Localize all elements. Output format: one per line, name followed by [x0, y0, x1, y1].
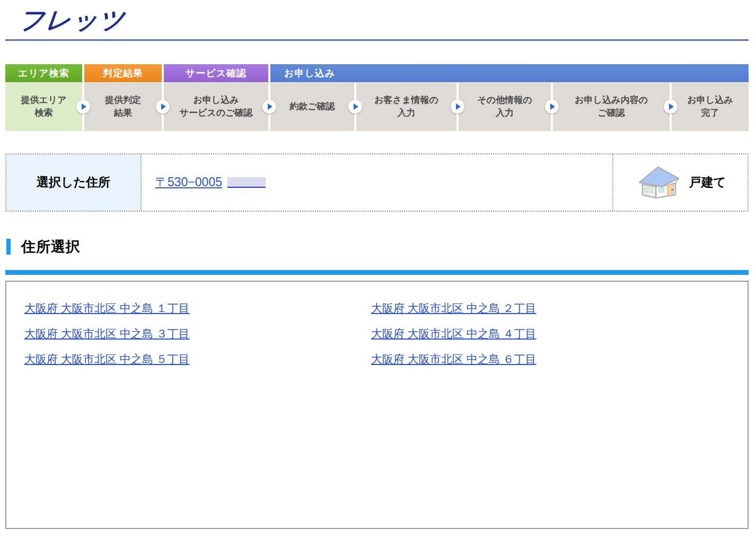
address-link-6chome[interactable]: 大阪府 大阪市北区 中之島 ６丁目 — [371, 352, 537, 367]
step-label: お客さま情報の 入力 — [374, 94, 438, 119]
address-link-3chome[interactable]: 大阪府 大阪市北区 中之島 ３丁目 — [24, 326, 190, 341]
section-divider-bar — [5, 270, 749, 275]
step-label: お申し込み 完了 — [687, 94, 733, 119]
address-selection-list: 大阪府 大阪市北区 中之島 １丁目 大阪府 大阪市北区 中之島 ２丁目 大阪府 … — [5, 281, 749, 529]
step-arrow-icon — [664, 100, 678, 114]
address-link-2chome[interactable]: 大阪府 大阪市北区 中之島 ２丁目 — [371, 301, 537, 316]
tab-application: お申し込み — [270, 64, 749, 82]
step-arrow-icon — [451, 100, 464, 114]
step-label: 提供エリア 検索 — [21, 94, 66, 119]
list-cell: 大阪府 大阪市北区 中之島 ４丁目 — [371, 326, 748, 341]
tab-area-search: エリア検索 — [5, 64, 82, 82]
address-highlight-box — [227, 177, 266, 188]
header-divider — [5, 39, 749, 41]
list-cell: 大阪府 大阪市北区 中之島 １丁目 — [24, 301, 371, 316]
step-arrow-icon — [348, 100, 362, 114]
step-customer-info: お客さま情報の 入力 — [356, 83, 456, 131]
building-type: 戸建て — [612, 154, 748, 211]
step-label: その他情報の 入力 — [477, 94, 532, 119]
step-label: お申し込み内容の ご確認 — [575, 94, 648, 119]
list-cell: 大阪府 大阪市北区 中之島 ６丁目 — [371, 352, 748, 367]
house-icon — [635, 164, 682, 201]
step-arrow-icon — [262, 100, 276, 114]
selected-address-value: 〒530−0005 — [142, 154, 612, 211]
selected-address-label: 選択した住所 — [6, 154, 142, 211]
progress-steps: 提供エリア 検索 提供判定 結果 お申し込み サービスのご確認 約款ご確認 お客… — [5, 83, 749, 131]
step-terms-confirmation: 約款ご確認 — [270, 83, 354, 131]
list-cell: 大阪府 大阪市北区 中之島 ５丁目 — [24, 352, 371, 367]
step-arrow-icon — [545, 100, 559, 114]
step-label: 提供判定 結果 — [105, 94, 141, 119]
tab-service-confirm: サービス確認 — [164, 64, 268, 82]
step-provide-area-search: 提供エリア 検索 — [5, 83, 82, 131]
list-cell: 大阪府 大阪市北区 中之島 ３丁目 — [24, 326, 371, 341]
step-service-confirmation: お申し込み サービスのご確認 — [164, 83, 268, 131]
list-cell: 大阪府 大阪市北区 中之島 ２丁目 — [371, 301, 748, 316]
section-accent-bar — [6, 239, 11, 255]
step-arrow-icon — [156, 100, 170, 114]
header: フレッツ — [5, 0, 749, 41]
step-label: お申し込み サービスのご確認 — [180, 94, 253, 119]
address-link-4chome[interactable]: 大阪府 大阪市北区 中之島 ４丁目 — [371, 326, 537, 341]
section-title: 住所選択 — [5, 237, 749, 256]
step-application-review: お申し込み内容の ご確認 — [553, 83, 670, 131]
step-arrow-icon — [76, 100, 90, 114]
tab-judgement-result: 判定結果 — [84, 64, 162, 82]
step-other-info: その他情報の 入力 — [459, 83, 551, 131]
flets-logo: フレッツ — [17, 6, 127, 34]
building-type-label: 戸建て — [689, 174, 726, 190]
progress-tabbar: エリア検索 判定結果 サービス確認 お申し込み — [5, 64, 749, 82]
page: フレッツ エリア検索 判定結果 サービス確認 お申し込み 提供エリア 検索 提供… — [0, 0, 756, 529]
selected-address-box: 選択した住所 〒530−0005 戸建て — [5, 153, 749, 212]
address-link-5chome[interactable]: 大阪府 大阪市北区 中之島 ５丁目 — [24, 352, 190, 367]
postal-code-link[interactable]: 〒530−0005 — [155, 174, 222, 190]
step-application-complete: お申し込み 完了 — [672, 83, 749, 131]
section-title-text: 住所選択 — [21, 237, 81, 256]
step-label: 約款ご確認 — [289, 100, 335, 113]
step-judgement-result: 提供判定 結果 — [84, 83, 162, 131]
address-link-1chome[interactable]: 大阪府 大阪市北区 中之島 １丁目 — [24, 301, 190, 316]
